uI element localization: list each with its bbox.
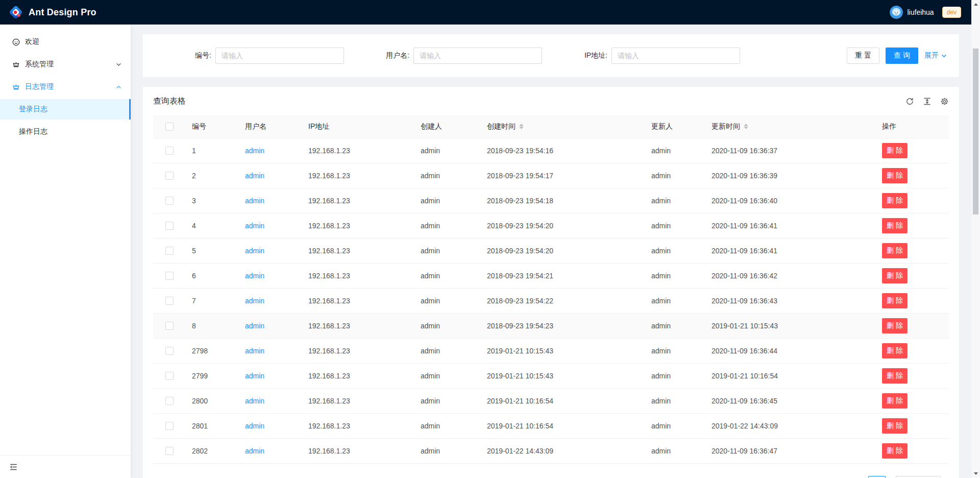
- row-checkbox[interactable]: [165, 172, 174, 180]
- cell-created-at: 2019-01-21 10:15:43: [481, 338, 645, 363]
- scrollbar-thumb[interactable]: [973, 49, 978, 214]
- row-checkbox[interactable]: [165, 347, 174, 355]
- table-row: 6admin192.168.1.23admin2018-09-23 19:54:…: [153, 263, 949, 288]
- delete-button[interactable]: 删 除: [882, 343, 908, 358]
- table-row: 2801admin192.168.1.23admin2019-01-21 10:…: [153, 413, 949, 438]
- delete-button[interactable]: 删 除: [882, 218, 908, 233]
- reset-button[interactable]: 重 置: [847, 47, 879, 64]
- username-link[interactable]: admin: [245, 347, 264, 355]
- row-checkbox[interactable]: [165, 247, 174, 255]
- sidebar-item-system-management[interactable]: 系统管理: [0, 54, 131, 75]
- cell-creator: admin: [414, 238, 481, 263]
- column-label: 编号: [192, 122, 206, 131]
- scrollbar-up-arrow[interactable]: [971, 0, 980, 9]
- sort-icon[interactable]: [744, 124, 748, 129]
- column-header-7: 操作: [876, 115, 949, 138]
- sidebar-menu: 欢迎系统管理日志管理登录日志操作日志: [0, 25, 131, 142]
- cell-updated-at: 2020-11-09 16:36:37: [705, 138, 876, 163]
- username-link[interactable]: admin: [245, 172, 264, 180]
- delete-button[interactable]: 删 除: [882, 443, 908, 459]
- select-all-checkbox[interactable]: [165, 123, 174, 131]
- sidebar-item-log-management[interactable]: 日志管理: [0, 77, 131, 97]
- delete-button[interactable]: 删 除: [882, 293, 908, 308]
- username-link[interactable]: admin: [245, 422, 264, 430]
- scrollbar-down-arrow[interactable]: [971, 469, 980, 478]
- row-checkbox-cell: [153, 263, 186, 288]
- row-checkbox[interactable]: [165, 222, 174, 230]
- column-header-1: 用户名: [239, 115, 302, 138]
- number-input[interactable]: [215, 47, 344, 64]
- sidebar-footer: [0, 455, 131, 478]
- cell-updated-at: 2020-11-09 16:36:43: [705, 288, 876, 313]
- username-link[interactable]: admin: [245, 222, 264, 230]
- sidebar-item-login-log[interactable]: 登录日志: [0, 99, 131, 119]
- cell-updater: admin: [645, 213, 705, 238]
- delete-button[interactable]: 删 除: [882, 393, 908, 409]
- cell-ip: 192.168.1.23: [302, 388, 414, 413]
- row-checkbox-cell: [153, 238, 186, 263]
- cell-creator: admin: [414, 413, 481, 438]
- row-checkbox[interactable]: [165, 297, 174, 305]
- row-checkbox[interactable]: [165, 322, 174, 330]
- delete-button[interactable]: 删 除: [882, 143, 908, 158]
- row-checkbox[interactable]: [165, 147, 174, 155]
- row-checkbox[interactable]: [165, 197, 174, 205]
- username-link[interactable]: admin: [245, 247, 264, 255]
- delete-button[interactable]: 删 除: [882, 243, 908, 258]
- page-button-1[interactable]: 1: [868, 476, 886, 478]
- delete-button[interactable]: 删 除: [882, 418, 908, 434]
- query-button[interactable]: 查 询: [886, 47, 918, 64]
- page-size-select[interactable]: [896, 476, 941, 478]
- cell-created-at: 2018-09-23 19:54:21: [481, 263, 645, 288]
- app-root: Ant Design Pro liufeihua dev: [0, 0, 980, 478]
- cell-id: 2799: [186, 363, 239, 388]
- sidebar-item-operation-log[interactable]: 操作日志: [0, 122, 131, 142]
- row-checkbox-cell: [153, 313, 186, 338]
- username-link[interactable]: admin: [245, 272, 264, 280]
- user-menu[interactable]: liufeihua: [890, 6, 934, 19]
- username-link[interactable]: admin: [245, 322, 264, 330]
- ip-address-input[interactable]: [611, 47, 740, 64]
- delete-button[interactable]: 删 除: [882, 268, 908, 283]
- cell-updated-at: 2019-01-22 14:43:09: [705, 413, 876, 438]
- delete-button[interactable]: 删 除: [882, 168, 908, 183]
- table-row: 2800admin192.168.1.23admin2019-01-21 10:…: [153, 388, 949, 413]
- delete-button[interactable]: 删 除: [882, 368, 908, 384]
- cell-username: admin: [239, 413, 302, 438]
- row-checkbox[interactable]: [165, 272, 174, 280]
- cell-id: 2798: [186, 338, 239, 363]
- cell-created-at: 2018-09-23 19:54:20: [481, 213, 645, 238]
- reload-icon[interactable]: [905, 97, 914, 106]
- setting-icon[interactable]: [940, 97, 949, 106]
- username-link[interactable]: admin: [245, 372, 264, 380]
- username-link[interactable]: admin: [245, 147, 264, 155]
- table-row: 2802admin192.168.1.23admin2019-01-22 14:…: [153, 438, 949, 463]
- row-checkbox[interactable]: [165, 397, 174, 405]
- column-header-4[interactable]: 创建时间: [481, 115, 645, 138]
- username-link[interactable]: admin: [245, 447, 264, 455]
- username-link[interactable]: admin: [245, 397, 264, 405]
- sort-icon[interactable]: [519, 124, 524, 129]
- cell-creator: admin: [414, 288, 481, 313]
- menu-fold-icon[interactable]: [9, 463, 18, 471]
- row-checkbox[interactable]: [165, 372, 174, 380]
- column-height-icon[interactable]: [923, 97, 932, 106]
- username-link[interactable]: admin: [245, 197, 264, 205]
- username-input[interactable]: [413, 47, 542, 64]
- username-label: 用户名:: [353, 51, 413, 60]
- cell-id: 2: [186, 163, 239, 188]
- column-header-6[interactable]: 更新时间: [705, 115, 876, 138]
- cell-actions: 删 除: [876, 413, 949, 438]
- cell-username: admin: [239, 188, 302, 213]
- menu-item-label: 日志管理: [25, 82, 54, 91]
- table-row: 5admin192.168.1.23admin2018-09-23 19:54:…: [153, 238, 949, 263]
- cell-updater: admin: [645, 438, 705, 463]
- row-checkbox[interactable]: [165, 422, 174, 430]
- username-link[interactable]: admin: [245, 297, 264, 305]
- expand-link[interactable]: 展开: [924, 51, 947, 60]
- row-checkbox[interactable]: [165, 447, 174, 455]
- delete-button[interactable]: 删 除: [882, 318, 908, 333]
- logo[interactable]: Ant Design Pro: [8, 5, 96, 20]
- sidebar-item-welcome[interactable]: 欢迎: [0, 32, 131, 52]
- delete-button[interactable]: 删 除: [882, 193, 908, 208]
